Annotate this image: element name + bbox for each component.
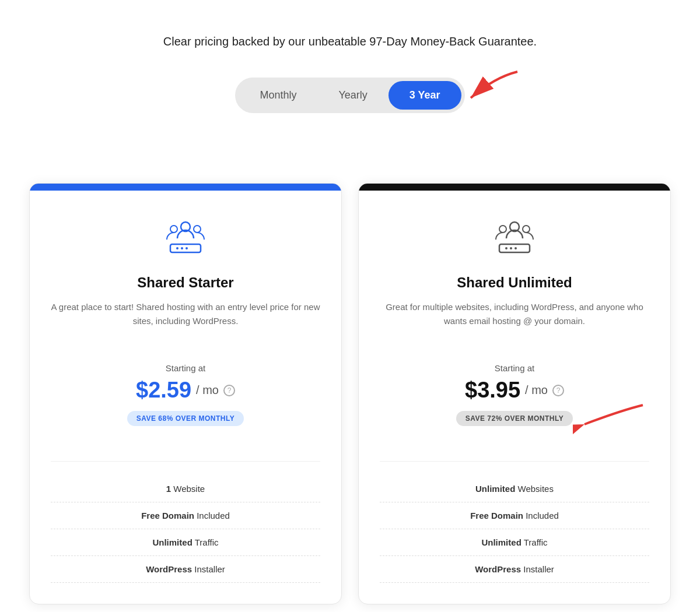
feature-bold: WordPress [146,564,192,574]
feature-bold: Unlimited [481,537,521,547]
svg-point-9 [499,226,506,233]
svg-point-13 [510,247,512,249]
feature-bold: Unlimited [152,537,192,547]
starter-price: $2.59 [136,378,191,403]
svg-point-12 [505,247,508,249]
svg-point-2 [170,226,177,233]
feature-bold: Free Domain [141,511,194,520]
unlimited-plan-description: Great for multiple websites, including W… [380,300,649,347]
starter-save-badge: SAVE 68% OVER MONTHLY [127,411,244,426]
billing-period-toggle: Monthly Yearly 3 Year [235,78,464,113]
feature-normal: Traffic [192,537,219,547]
toggle-monthly[interactable]: Monthly [239,81,317,110]
feature-normal: Installer [192,564,225,574]
starter-period: / mo [196,384,219,397]
toggle-3year[interactable]: 3 Year [388,81,461,110]
feature-normal: Included [523,511,559,520]
starter-plan-name: Shared Starter [51,275,320,291]
tagline: Clear pricing backed by our unbeatable 9… [163,35,537,48]
feature-item: WordPress Installer [380,556,649,583]
feature-item: WordPress Installer [51,556,320,583]
unlimited-plan-icon [491,214,538,261]
svg-point-6 [181,247,183,249]
card-top-bar-unlimited [359,184,670,191]
pricing-cards: Shared Starter A great place to start! S… [29,183,671,604]
unlimited-starting-at: Starting at [380,363,649,373]
starter-plan-icon [162,214,209,261]
arrow-3year [459,66,523,112]
feature-item: Unlimited Traffic [380,529,649,556]
svg-point-10 [523,226,530,233]
feature-normal: Website [171,484,205,494]
feature-normal: Included [194,511,230,520]
feature-item: Unlimited Websites [380,476,649,502]
unlimited-price: $3.95 [465,378,520,403]
feature-item: 1 Website [51,476,320,502]
starter-features: 1 Website Free Domain Included Unlimited… [51,461,320,583]
unlimited-price-row: $3.95 / mo ? [380,378,649,403]
feature-normal: Traffic [522,537,548,547]
feature-bold: WordPress [475,564,521,574]
svg-point-14 [514,247,517,249]
svg-point-3 [194,226,201,233]
feature-normal: Installer [521,564,554,574]
toggle-yearly[interactable]: Yearly [317,81,388,110]
starter-plan-description: A great place to start! Shared hosting w… [51,300,320,347]
starter-starting-at: Starting at [51,363,320,373]
unlimited-period: / mo [525,384,548,397]
arrow-save-badge [573,402,649,437]
feature-item: Unlimited Traffic [51,529,320,556]
feature-item: Free Domain Included [380,502,649,529]
feature-bold: Free Domain [470,511,523,520]
unlimited-plan-name: Shared Unlimited [380,275,649,291]
plan-card-starter: Shared Starter A great place to start! S… [29,183,342,604]
unlimited-features: Unlimited Websites Free Domain Included … [380,461,649,583]
feature-item: Free Domain Included [51,502,320,529]
card-top-bar-starter [30,184,341,191]
svg-point-7 [186,247,188,249]
svg-point-5 [176,247,178,249]
feature-bold: Unlimited [475,484,515,494]
feature-normal: Websites [515,484,554,494]
unlimited-price-info-icon[interactable]: ? [552,385,564,396]
plan-card-unlimited: Shared Unlimited Great for multiple webs… [358,183,671,604]
starter-price-row: $2.59 / mo ? [51,378,320,403]
feature-bold: 1 [166,484,171,494]
unlimited-save-badge: SAVE 72% OVER MONTHLY [456,411,573,426]
starter-price-info-icon[interactable]: ? [223,385,235,396]
